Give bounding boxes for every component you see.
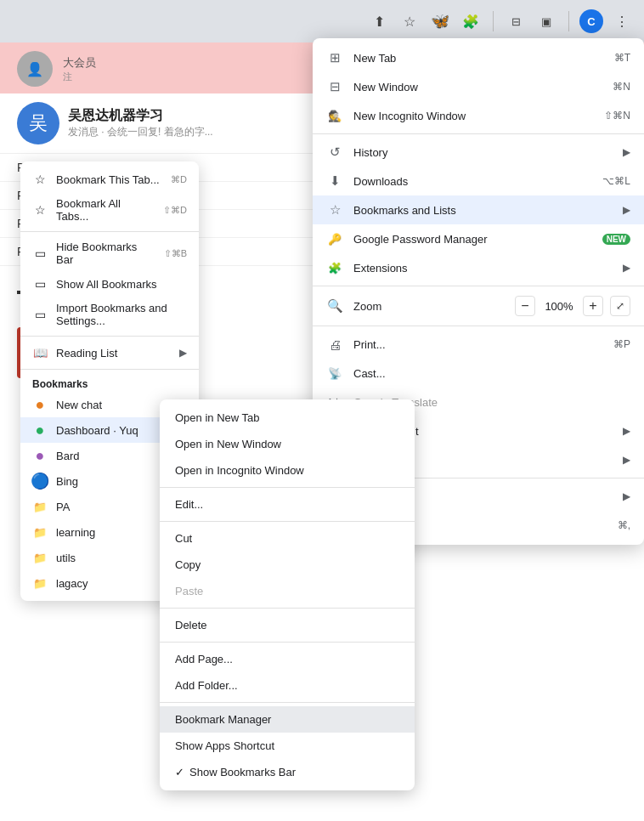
paste-label: Paste bbox=[175, 585, 203, 597]
show-all-label: Show All Bookmarks bbox=[56, 278, 157, 291]
extensions-arrow: ▶ bbox=[623, 262, 630, 274]
header-avatar: 👤 bbox=[17, 51, 53, 87]
menu-item-downloads[interactable]: ⬇ Downloads ⌥⌘L bbox=[313, 167, 644, 195]
print-label: Print... bbox=[353, 338, 603, 351]
copy-label: Copy bbox=[175, 558, 201, 571]
sidebar-item-bookmark-all[interactable]: ☆ Bookmark All Tabs... ⇧⌘D bbox=[20, 192, 199, 228]
menu-item-cast[interactable]: 📡 Cast... bbox=[313, 359, 644, 388]
learning-label: learning bbox=[56, 526, 95, 539]
bookmark-all-icon: ☆ bbox=[32, 202, 48, 218]
menu-item-new-window[interactable]: ⊟ New Window ⌘N bbox=[313, 72, 644, 101]
ctx-show-bookmarks-bar[interactable]: ✓ Show Bookmarks Bar bbox=[160, 759, 415, 785]
reading-list-label: Reading List bbox=[56, 347, 117, 360]
bing-label: Bing bbox=[56, 475, 78, 488]
zoom-increase-button[interactable]: + bbox=[583, 296, 603, 316]
bard-label: Bard bbox=[56, 450, 79, 462]
sidebar-sep-2 bbox=[20, 336, 199, 337]
ctx-delete[interactable]: Delete bbox=[160, 612, 415, 638]
bookmark-icon[interactable]: ☆ bbox=[398, 9, 421, 33]
more-icon[interactable]: ⋮ bbox=[610, 9, 634, 33]
ctx-sep-4 bbox=[160, 642, 415, 643]
bookmark-star-icon: ☆ bbox=[32, 172, 48, 187]
passwords-label: Google Password Manager bbox=[353, 233, 587, 246]
sidebar-sep-1 bbox=[20, 231, 199, 232]
incognito-shortcut: ⇧⌘N bbox=[604, 110, 630, 122]
more-tools-arrow: ▶ bbox=[623, 454, 630, 466]
new-chat-label: New chat bbox=[56, 399, 102, 411]
menu-item-history[interactable]: ↺ History ▶ bbox=[313, 138, 644, 167]
member-label: 大会员 注 bbox=[63, 55, 96, 83]
ctx-edit[interactable]: Edit... bbox=[160, 491, 415, 518]
new-window-shortcut: ⌘N bbox=[613, 81, 630, 93]
utils-icon: 📁 bbox=[32, 550, 48, 565]
ctx-bookmark-manager[interactable]: Bookmark Manager bbox=[160, 706, 415, 733]
learning-icon: 📁 bbox=[32, 524, 48, 540]
print-shortcut: ⌘P bbox=[613, 338, 630, 350]
ctx-copy[interactable]: Copy bbox=[160, 552, 415, 578]
reading-list-arrow: ▶ bbox=[179, 347, 187, 359]
sidebar-item-bookmark-this[interactable]: ☆ Bookmark This Tab... ⌘D bbox=[20, 167, 199, 192]
extra2-shortcut: ⌘, bbox=[618, 519, 630, 531]
zoom-decrease-button[interactable]: − bbox=[515, 296, 535, 316]
menu-sep-3 bbox=[313, 326, 644, 326]
reading-list-icon: 📖 bbox=[32, 345, 48, 360]
tab-search-icon[interactable]: ⊟ bbox=[504, 9, 528, 33]
ctx-sep-3 bbox=[160, 608, 415, 609]
menu-item-zoom: 🔍 Zoom − 100% + ⤢ bbox=[313, 290, 644, 322]
ctx-cut[interactable]: Cut bbox=[160, 525, 415, 552]
ctx-open-new-window[interactable]: Open in New Window bbox=[160, 431, 415, 457]
ctx-open-new-tab[interactable]: Open in New Tab bbox=[160, 405, 415, 431]
share-icon[interactable]: ⬆ bbox=[367, 9, 391, 33]
passwords-icon: 🔑 bbox=[326, 230, 343, 247]
split-icon[interactable]: ▣ bbox=[534, 9, 558, 33]
sidebar-item-hide-bar[interactable]: ▭ Hide Bookmarks Bar ⇧⌘B bbox=[20, 235, 199, 271]
ctx-show-apps[interactable]: Show Apps Shortcut bbox=[160, 733, 415, 759]
menu-item-extensions[interactable]: 🧩 Extensions ▶ bbox=[313, 253, 644, 282]
menu-item-incognito[interactable]: 🕵 New Incognito Window ⇧⌘N bbox=[313, 101, 644, 130]
downloads-icon: ⬇ bbox=[326, 173, 343, 190]
profile-icon[interactable]: C bbox=[579, 9, 603, 33]
bard-icon: ● bbox=[32, 448, 48, 463]
ctx-add-folder[interactable]: Add Folder... bbox=[160, 672, 415, 699]
cast-label: Cast... bbox=[353, 367, 630, 380]
colorful-icon[interactable]: 🦋 bbox=[428, 9, 452, 33]
toolbar-separator-2 bbox=[568, 11, 569, 31]
hide-bar-shortcut: ⇧⌘B bbox=[164, 248, 187, 259]
downloads-label: Downloads bbox=[353, 175, 592, 188]
pa-label: PA bbox=[56, 501, 70, 513]
sidebar-item-reading-list[interactable]: 📖 Reading List ▶ bbox=[20, 340, 199, 365]
open-incognito-label: Open in Incognito Window bbox=[175, 464, 304, 477]
sidebar-item-show-all[interactable]: ▭ Show All Bookmarks bbox=[20, 271, 199, 297]
incognito-icon: 🕵 bbox=[326, 107, 343, 124]
chat-subtitle: 发消息 · 会统一回复! 着急的字... bbox=[68, 125, 213, 139]
utils-label: utils bbox=[56, 552, 76, 564]
history-arrow: ▶ bbox=[623, 146, 630, 158]
zoom-fullscreen-button[interactable]: ⤢ bbox=[610, 296, 630, 316]
show-bookmarks-bar-label: Show Bookmarks Bar bbox=[189, 766, 296, 779]
extensions-icon[interactable]: 🧩 bbox=[459, 9, 483, 33]
bookmark-all-label: Bookmark All Tabs... bbox=[56, 197, 155, 223]
zoom-control: − 100% + ⤢ bbox=[515, 296, 630, 316]
new-tab-label: New Tab bbox=[353, 52, 604, 65]
legacy-label: lagacy bbox=[56, 577, 88, 590]
menu-item-print[interactable]: 🖨 Print... ⌘P bbox=[313, 330, 644, 359]
edit-label: Edit... bbox=[175, 498, 203, 511]
ctx-add-page[interactable]: Add Page... bbox=[160, 646, 415, 672]
chat-title: 吴恩达机器学习 bbox=[68, 107, 213, 125]
new-badge: NEW bbox=[602, 234, 630, 245]
ctx-open-incognito[interactable]: Open in Incognito Window bbox=[160, 457, 415, 484]
bookmarks-icon: ☆ bbox=[326, 201, 343, 218]
sidebar-item-import[interactable]: ▭ Import Bookmarks and Settings... bbox=[20, 297, 199, 332]
incognito-label: New Incognito Window bbox=[353, 110, 594, 122]
new-window-icon: ⊟ bbox=[326, 78, 343, 95]
show-all-icon: ▭ bbox=[32, 276, 48, 292]
menu-sep-2 bbox=[313, 286, 644, 286]
menu-item-new-tab[interactable]: ⊞ New Tab ⌘T bbox=[313, 43, 644, 72]
bookmark-all-shortcut: ⇧⌘D bbox=[163, 205, 187, 216]
new-tab-icon: ⊞ bbox=[326, 49, 343, 66]
bookmark-manager-label: Bookmark Manager bbox=[175, 713, 271, 726]
menu-item-bookmarks[interactable]: ☆ Bookmarks and Lists ▶ bbox=[313, 195, 644, 224]
downloads-shortcut: ⌥⌘L bbox=[602, 175, 630, 187]
menu-item-passwords[interactable]: 🔑 Google Password Manager NEW bbox=[313, 224, 644, 253]
ctx-sep-5 bbox=[160, 702, 415, 703]
